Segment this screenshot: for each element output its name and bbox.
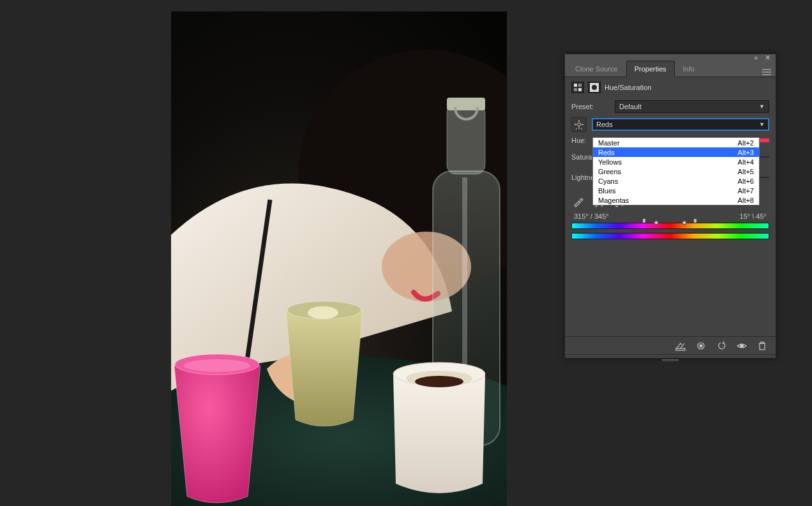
svg-rect-6 (447, 98, 485, 110)
range-right: 15° \ 45° (740, 212, 767, 220)
color-range-spectrum-bottom (571, 233, 769, 239)
collapse-icon[interactable]: « (754, 54, 758, 61)
channel-option-yellows[interactable]: YellowsAlt+4 (593, 157, 759, 167)
svg-rect-19 (574, 84, 577, 87)
clip-to-layer-button[interactable] (675, 340, 686, 352)
preset-label: Preset: (571, 103, 610, 110)
svg-rect-20 (578, 84, 582, 87)
adjustment-title: Hue/Saturation (605, 84, 651, 91)
properties-panel: « ✕ Clone Source Properties Info Hue/Sat… (564, 54, 776, 359)
tab-clone-source[interactable]: Clone Source (568, 61, 626, 77)
range-left: 315° / 345° (574, 212, 609, 220)
svg-rect-31 (760, 343, 765, 350)
channel-option-greens[interactable]: GreensAlt+5 (593, 167, 759, 176)
channel-option-magentas[interactable]: MagentasAlt+8 (593, 195, 759, 205)
channel-option-blues[interactable]: BluesAlt+7 (593, 186, 759, 195)
channel-dropdown-list[interactable]: MasterAlt+2RedsAlt+3YellowsAlt+4GreensAl… (592, 137, 760, 205)
channel-value: Reds (596, 121, 613, 128)
tab-info[interactable]: Info (675, 61, 702, 77)
svg-point-15 (415, 376, 463, 387)
adjustment-preset-icon[interactable] (571, 82, 584, 93)
chevron-down-icon: ▼ (759, 103, 765, 110)
channel-option-master[interactable]: MasterAlt+2 (593, 138, 759, 147)
svg-point-30 (741, 344, 744, 347)
reset-button[interactable] (716, 340, 727, 352)
adjustment-mask-icon[interactable] (588, 82, 601, 93)
preset-value: Default (619, 103, 642, 110)
svg-rect-5 (447, 104, 485, 174)
svg-point-29 (700, 345, 702, 347)
targeted-adjustment-tool-button[interactable] (571, 117, 587, 132)
delete-button[interactable] (756, 340, 768, 352)
close-icon[interactable]: ✕ (765, 54, 771, 62)
color-range-spectrum-top[interactable] (571, 223, 769, 229)
svg-rect-27 (676, 348, 685, 350)
panel-menu-icon[interactable] (762, 68, 772, 76)
svg-rect-21 (574, 88, 577, 91)
svg-point-9 (308, 306, 338, 319)
panel-resize-handle[interactable] (565, 354, 776, 358)
svg-point-24 (592, 85, 597, 90)
svg-point-25 (578, 123, 581, 126)
toggle-visibility-button[interactable] (736, 340, 748, 352)
channel-option-cyans[interactable]: CyansAlt+6 (593, 176, 759, 186)
svg-point-12 (184, 359, 250, 372)
eyedropper-button[interactable] (571, 195, 585, 209)
document-canvas[interactable] (171, 11, 507, 506)
channel-option-reds[interactable]: RedsAlt+3 (593, 147, 759, 157)
tab-properties[interactable]: Properties (626, 61, 675, 77)
channel-dropdown[interactable]: Reds ▼ (592, 118, 769, 131)
svg-rect-22 (578, 88, 582, 91)
preset-dropdown[interactable]: Default ▼ (615, 100, 769, 113)
panel-dragbar[interactable]: « ✕ (565, 54, 776, 59)
view-previous-state-button[interactable] (695, 340, 707, 352)
chevron-down-icon: ▼ (759, 121, 765, 128)
